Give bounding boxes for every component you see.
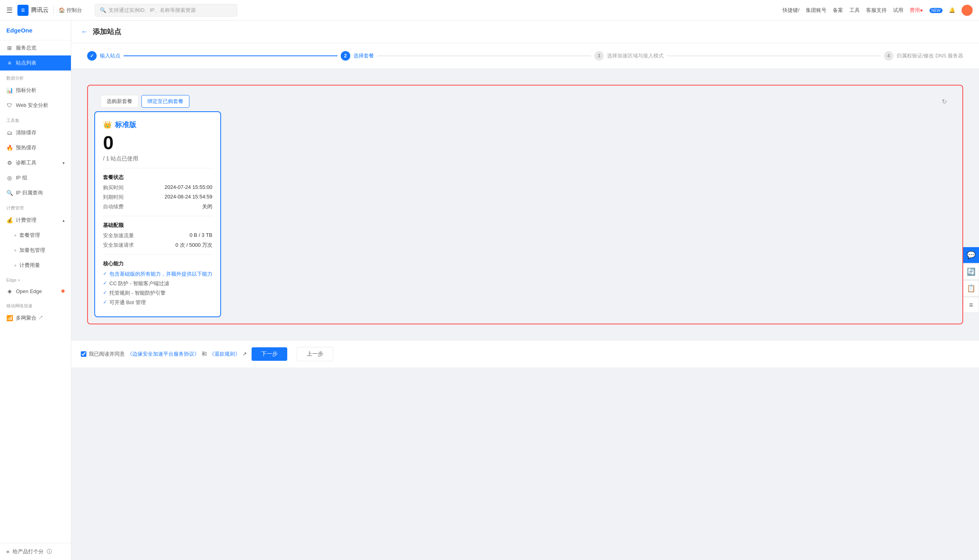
search-placeholder: 支持通过实例ID、IP、名称等搜索资源 xyxy=(109,7,196,14)
sidebar-label-metrics: 指标分析 xyxy=(16,87,36,94)
page-title: 添加站点 xyxy=(93,27,121,36)
package-tab-bar: 选购新套餐 绑定至已购套餐 ↻ xyxy=(94,92,956,111)
billing-icon: 💰 xyxy=(6,217,13,223)
tab-bind-existing[interactable]: 绑定至已购套餐 xyxy=(141,95,189,108)
nav-action-shortcut[interactable]: 快捷键/ xyxy=(782,7,800,14)
package-name: 标准版 xyxy=(115,120,136,130)
sidebar-label-clear-cache: 清除缓存 xyxy=(16,129,36,136)
nav-action-support[interactable]: 客服支持 xyxy=(866,7,887,14)
sidebar-item-web-security[interactable]: 🛡 Web 安全分析 xyxy=(0,98,71,113)
service-agreement-link[interactable]: 《边缘安全加速平台服务协议》 xyxy=(127,350,199,358)
main-layout: EdgeOne ⊞ 服务总览 ≡ 站点列表 数据分析 📊 指标分析 🛡 Web … xyxy=(0,21,979,560)
nav-logo: 云 腾讯云 xyxy=(17,5,49,16)
capability-item-2: ✓ 托管规则 - 智能防护引擎 xyxy=(103,290,212,297)
sidebar-item-billing-usage[interactable]: 计费用量 xyxy=(0,258,71,273)
page-header: ← 添加站点 xyxy=(71,21,979,43)
purchase-value: 2024-07-24 15:55:00 xyxy=(164,184,212,191)
sidebar-label-addon-mgmt: 加量包管理 xyxy=(19,247,45,254)
user-avatar[interactable] xyxy=(962,5,973,16)
sidebar-label-diag-tools: 诊断工具 xyxy=(16,159,36,166)
agreement-checkbox[interactable] xyxy=(81,351,86,357)
multi-net-icon: 📶 xyxy=(6,315,13,321)
purchase-label: 购买时间 xyxy=(103,184,124,191)
metrics-icon: 📊 xyxy=(6,87,13,93)
sidebar-item-diag-tools[interactable]: ⚙ 诊断工具 ▾ xyxy=(0,155,71,170)
prev-button[interactable]: 上一步 xyxy=(297,347,333,361)
capability-link-0[interactable]: 包含基础版的所有能力，并额外提供以下能力 xyxy=(109,270,212,278)
sidebar: EdgeOne ⊞ 服务总览 ≡ 站点列表 数据分析 📊 指标分析 🛡 Web … xyxy=(0,21,71,560)
float-menu-button[interactable]: ≡ xyxy=(963,297,979,313)
nav-divider xyxy=(53,6,54,14)
sidebar-item-overview[interactable]: ⊞ 服务总览 xyxy=(0,40,71,55)
capability-item-1: ✓ CC 防护 - 智能客户端过滤 xyxy=(103,280,212,287)
sidebar-label-site-list: 站点列表 xyxy=(16,59,36,67)
sidebar-item-addon-mgmt[interactable]: 加量包管理 xyxy=(0,243,71,258)
step-1: ✓ 输入站点 xyxy=(87,51,120,61)
step-1-label: 输入站点 xyxy=(100,52,120,59)
sidebar-item-metrics[interactable]: 📊 指标分析 xyxy=(0,83,71,98)
diag-icon: ⚙ xyxy=(6,160,13,166)
sidebar-label-billing: 计费管理 xyxy=(16,217,36,224)
status-title: 套餐状态 xyxy=(103,174,212,181)
sidebar-item-billing[interactable]: 💰 计费管理 ▴ xyxy=(0,213,71,228)
step-connector-2 xyxy=(377,55,591,56)
sidebar-item-open-edge[interactable]: ◈ Open Edge xyxy=(0,284,71,298)
cache-icon: 🗂 xyxy=(6,130,13,136)
step-4: 4 归属权验证/修改 DNS 服务器 xyxy=(884,51,963,61)
sidebar-footer[interactable]: ≡ 给产品打个分 ⓘ xyxy=(0,543,71,560)
sidebar-item-multi-net[interactable]: 📶 多网聚合 ↗ xyxy=(0,310,71,326)
sidebar-item-preheat-cache[interactable]: 🔥 预热缓存 xyxy=(0,140,71,155)
sidebar-section-data: 数据分析 xyxy=(0,70,71,83)
float-qr-button[interactable]: 📋 xyxy=(963,280,979,296)
sidebar-label-open-edge: Open Edge xyxy=(16,288,42,294)
sidebar-item-site-list[interactable]: ≡ 站点列表 xyxy=(0,55,71,70)
dot-icon xyxy=(14,234,16,236)
sidebar-label-web-security: Web 安全分析 xyxy=(16,102,48,109)
nav-search[interactable]: 🔍 支持通过实例ID、IP、名称等搜索资源 xyxy=(95,4,237,17)
package-card-standard[interactable]: 👑 标准版 0 / 1 站点已使用 套餐状态 购买时间 2024-07-24 1… xyxy=(94,111,221,317)
back-button[interactable]: ← xyxy=(81,28,88,36)
agreement-checkbox-label[interactable]: 我已阅读并同意 《边缘安全加速平台服务协议》 和 《退款规则》 ↗ xyxy=(81,350,247,358)
refund-policy-link[interactable]: 《退款规则》 xyxy=(209,350,240,358)
capability-item-3: ✓ 可开通 Bot 管理 xyxy=(103,299,212,306)
capability-title: 核心能力 xyxy=(103,260,212,267)
footer-label: 给产品打个分 xyxy=(13,548,44,555)
check-icon-1: ✓ xyxy=(103,280,107,286)
package-count: 0 xyxy=(103,133,212,154)
auto-renew-value: 关闭 xyxy=(202,203,212,210)
refresh-button[interactable]: ↻ xyxy=(939,96,950,107)
sidebar-section-billing: 计费管理 xyxy=(0,200,71,213)
nav-action-tools[interactable]: 工具 xyxy=(849,7,860,14)
search-icon: 🔍 xyxy=(100,7,106,13)
float-buttons: 💬 🔄 📋 ≡ xyxy=(963,247,979,313)
step-3-circle: 3 xyxy=(594,51,604,61)
float-chat-button[interactable]: 💬 xyxy=(963,247,979,263)
nav-badge: NEW xyxy=(929,7,943,13)
grid-icon: ⊞ xyxy=(6,45,13,51)
dot-icon xyxy=(14,265,16,267)
sidebar-item-ip-group[interactable]: ◎ IP 组 xyxy=(0,170,71,185)
info-row-traffic: 安全加速流量 0 B / 3 TB xyxy=(103,232,212,239)
next-button[interactable]: 下一步 xyxy=(252,347,287,361)
nav-action-trial[interactable]: 试用 xyxy=(893,7,903,14)
check-icon-0: ✓ xyxy=(103,271,107,276)
step-2-label: 选择套餐 xyxy=(353,52,374,59)
nav-action-billing[interactable]: 费用● xyxy=(910,7,923,14)
bottom-bar: 我已阅读并同意 《边缘安全加速平台服务协议》 和 《退款规则》 ↗ 下一步 上一… xyxy=(71,340,979,368)
nav-console[interactable]: 🏠 控制台 xyxy=(59,7,82,14)
float-refresh-button[interactable]: 🔄 xyxy=(963,264,979,280)
preheat-icon: 🔥 xyxy=(6,145,13,151)
requests-value: 0 次 / 5000 万次 xyxy=(176,242,212,249)
nav-action-filing[interactable]: 备案 xyxy=(833,7,843,14)
hamburger-icon[interactable]: ☰ xyxy=(6,6,13,15)
sidebar-item-package-mgmt[interactable]: 套餐管理 xyxy=(0,228,71,243)
sidebar-label-package-mgmt: 套餐管理 xyxy=(19,232,40,239)
bell-icon[interactable]: 🔔 xyxy=(949,7,955,13)
sidebar-item-ip-query[interactable]: 🔍 IP 归属查询 xyxy=(0,185,71,200)
logo-text: 腾讯云 xyxy=(31,6,49,14)
nav-action-group[interactable]: 集团账号 xyxy=(806,7,826,14)
sidebar-item-clear-cache[interactable]: 🗂 清除缓存 xyxy=(0,125,71,140)
step-4-circle: 4 xyxy=(884,51,893,61)
tab-buy-new[interactable]: 选购新套餐 xyxy=(101,95,138,108)
traffic-label: 安全加速流量 xyxy=(103,232,134,239)
